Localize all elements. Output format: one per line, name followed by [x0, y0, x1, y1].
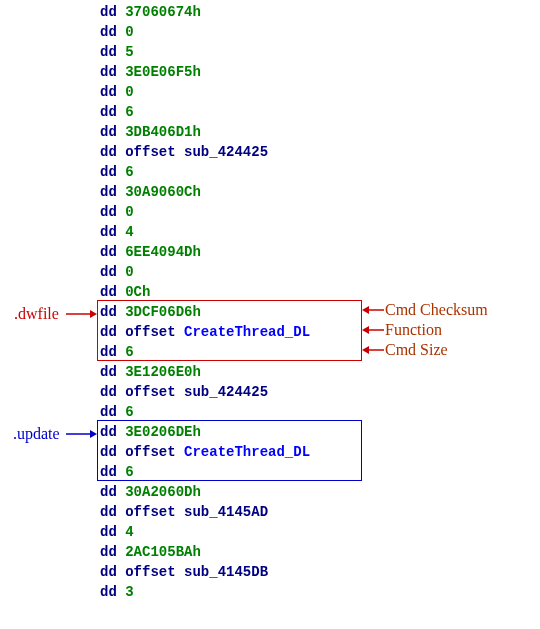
asm-line: dd 0	[100, 22, 310, 42]
cmd-size-label: Cmd Size	[385, 341, 448, 359]
asm-line: dd 6	[100, 402, 310, 422]
asm-line: dd 0Ch	[100, 282, 310, 302]
asm-line: dd offset sub_4145AD	[100, 502, 310, 522]
arrow-function-icon	[362, 323, 384, 337]
asm-line: dd offset sub_424425	[100, 142, 310, 162]
svg-marker-7	[362, 326, 369, 334]
asm-line: dd 6	[100, 462, 310, 482]
asm-line: dd 0	[100, 262, 310, 282]
asm-line: dd 3DB406D1h	[100, 122, 310, 142]
asm-line: dd 3E0E06F5h	[100, 62, 310, 82]
asm-line: dd 6	[100, 162, 310, 182]
asm-line: dd 6EE4094Dh	[100, 242, 310, 262]
asm-line: dd 3E1206E0h	[100, 362, 310, 382]
asm-line: dd 4	[100, 522, 310, 542]
asm-line: dd 6	[100, 102, 310, 122]
svg-marker-3	[90, 430, 97, 438]
function-label: Function	[385, 321, 442, 339]
asm-line: dd offset CreateThread_DL	[100, 442, 310, 462]
asm-line: dd 3E0206DEh	[100, 422, 310, 442]
asm-line: dd 30A2060Dh	[100, 482, 310, 502]
dwfile-label: .dwfile	[14, 305, 59, 323]
asm-line: dd 30A9060Ch	[100, 182, 310, 202]
asm-line: dd offset sub_4145DB	[100, 562, 310, 582]
svg-marker-5	[362, 306, 369, 314]
asm-line: dd 37060674h	[100, 2, 310, 22]
arrow-update-icon	[66, 427, 98, 441]
arrow-checksum-icon	[362, 303, 384, 317]
update-label: .update	[13, 425, 60, 443]
disassembly-listing: dd 37060674hdd 0dd 5dd 3E0E06F5hdd 0dd 6…	[100, 2, 310, 602]
arrow-dwfile-icon	[66, 307, 98, 321]
asm-line: dd 6	[100, 342, 310, 362]
asm-line: dd offset CreateThread_DL	[100, 322, 310, 342]
asm-line: dd 0	[100, 82, 310, 102]
arrow-cmdsize-icon	[362, 343, 384, 357]
asm-line: dd 5	[100, 42, 310, 62]
svg-marker-9	[362, 346, 369, 354]
asm-line: dd 3	[100, 582, 310, 602]
cmd-checksum-label: Cmd Checksum	[385, 301, 488, 319]
asm-line: dd 2AC105BAh	[100, 542, 310, 562]
asm-line: dd 0	[100, 202, 310, 222]
asm-line: dd 4	[100, 222, 310, 242]
asm-line: dd 3DCF06D6h	[100, 302, 310, 322]
asm-line: dd offset sub_424425	[100, 382, 310, 402]
svg-marker-1	[90, 310, 97, 318]
